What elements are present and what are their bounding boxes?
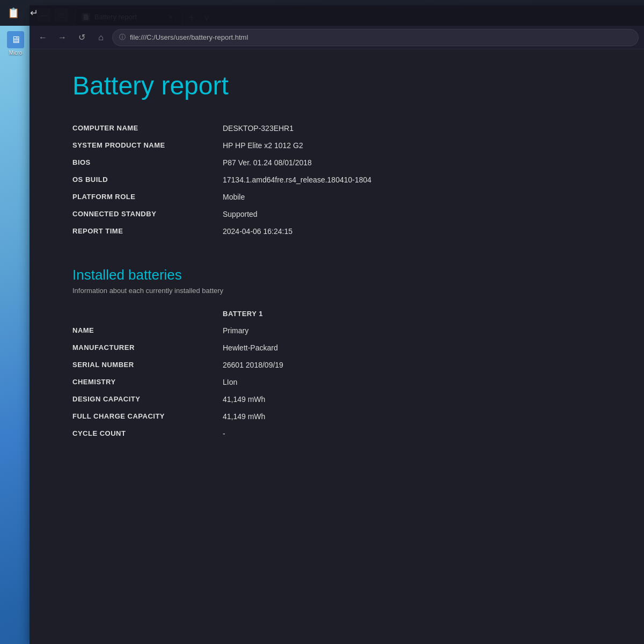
home-button[interactable]: ⌂ [93,30,109,46]
label-serial: SERIAL NUMBER [72,356,223,374]
report-title: Battery report [72,71,612,100]
value-report-time: 2024-04-06 16:24:15 [223,223,612,240]
value-cycle-count: - [223,425,612,442]
desktop-icon-micro[interactable]: 🖥 Micro [3,31,28,56]
value-serial: 26601 2018/09/19 [223,356,612,374]
label-os-build: OS BUILD [72,171,223,188]
label-platform-role: PLATFORM ROLE [72,188,223,206]
label-cycle-count: CYCLE COUNT [72,425,223,442]
taskbar-icon-forward[interactable]: ↵ [25,4,42,21]
nav-bar: ← → ↺ ⌂ ⓘ file:///C:/Users/user/battery-… [30,26,644,49]
address-security-icon: ⓘ [119,33,126,42]
value-chemistry: LIon [223,374,612,391]
forward-button[interactable]: → [54,30,70,46]
label-report-time: REPORT TIME [72,223,223,240]
desktop-icon-label: Micro [9,50,22,56]
browser-window: — □ 📄 Battery report ✕ + ∨ ← → ↺ ⌂ ⓘ fil… [30,5,644,644]
battery-row-name: NAME Primary [72,322,612,339]
address-bar[interactable]: ⓘ file:///C:/Users/user/battery-report.h… [112,29,639,46]
label-manufacturer: MANUFACTURER [72,339,223,356]
battery-header-row: BATTERY 1 [72,310,612,318]
value-os-build: 17134.1.amd64fre.rs4_release.180410-1804 [223,171,612,188]
value-manufacturer: Hewlett-Packard [223,339,612,356]
battery-table: BATTERY 1 NAME Primary MANUFACTURER Hewl… [72,310,612,442]
label-connected-standby: CONNECTED STANDBY [72,206,223,223]
battery-row-cycle-count: CYCLE COUNT - [72,425,612,442]
taskbar: 📋 ↵ [0,0,644,26]
batteries-heading: Installed batteries [72,267,612,283]
value-battery-name: Primary [223,322,612,339]
battery-row-full-charge: FULL CHARGE CAPACITY 41,149 mWh [72,408,612,425]
battery-row-design-capacity: DESIGN CAPACITY 41,149 mWh [72,391,612,408]
batteries-subheading: Information about each currently install… [72,287,612,295]
address-text: file:///C:/Users/user/battery-report.htm… [130,33,632,41]
value-computer-name: DESKTOP-323EHR1 [223,120,612,137]
desktop-icon-image: 🖥 [7,31,24,48]
back-button[interactable]: ← [35,30,51,46]
battery-col-header: BATTERY 1 [223,310,612,318]
label-system-product: SYSTEM PRODUCT NAME [72,137,223,154]
label-full-charge: FULL CHARGE CAPACITY [72,408,223,425]
system-info-table: COMPUTER NAME DESKTOP-323EHR1 SYSTEM PRO… [72,120,612,240]
label-computer-name: COMPUTER NAME [72,120,223,137]
refresh-button[interactable]: ↺ [74,30,90,46]
value-full-charge: 41,149 mWh [223,408,612,425]
taskbar-icon-back[interactable]: 📋 [5,4,22,21]
battery-row-serial: SERIAL NUMBER 26601 2018/09/19 [72,356,612,374]
page-content: Battery report COMPUTER NAME DESKTOP-323… [30,49,644,644]
value-bios: P87 Ver. 01.24 08/01/2018 [223,154,612,171]
battery-row-manufacturer: MANUFACTURER Hewlett-Packard [72,339,612,356]
battery-row-chemistry: CHEMISTRY LIon [72,374,612,391]
label-battery-name: NAME [72,322,223,339]
value-system-product: HP HP Elite x2 1012 G2 [223,137,612,154]
value-design-capacity: 41,149 mWh [223,391,612,408]
label-design-capacity: DESIGN CAPACITY [72,391,223,408]
system-info-section: COMPUTER NAME DESKTOP-323EHR1 SYSTEM PRO… [72,120,612,240]
value-connected-standby: Supported [223,206,612,223]
installed-batteries-section: Installed batteries Information about ea… [72,267,612,442]
label-bios: BIOS [72,154,223,171]
value-platform-role: Mobile [223,188,612,206]
label-chemistry: CHEMISTRY [72,374,223,391]
